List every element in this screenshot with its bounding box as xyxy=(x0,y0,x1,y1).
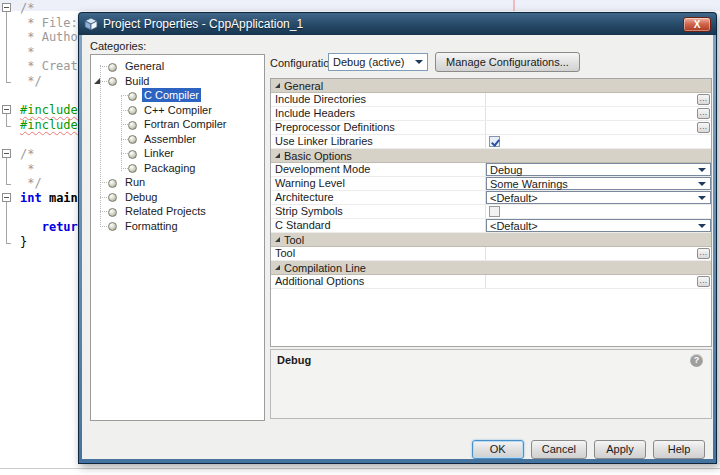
code-token: * Author xyxy=(20,30,85,44)
property-value: ... xyxy=(486,107,711,120)
property-label: Warning Level xyxy=(271,177,486,190)
value-select[interactable]: <Default> xyxy=(486,191,711,204)
tree-item-formatting[interactable]: Formatting xyxy=(91,219,264,234)
tree-item-related-projects[interactable]: Related Projects xyxy=(91,204,264,219)
code-token: main xyxy=(49,191,78,205)
node-bullet-icon xyxy=(128,106,137,115)
code-token: */ xyxy=(20,74,42,88)
expand-toggle-icon[interactable] xyxy=(94,78,100,84)
tree-item-general[interactable]: General xyxy=(91,59,264,74)
code-token: */ xyxy=(20,176,42,190)
help-button[interactable]: Help xyxy=(653,440,705,459)
close-button[interactable]: X xyxy=(683,17,711,32)
cancel-button[interactable]: Cancel xyxy=(531,440,587,459)
collapse-triangle-icon xyxy=(275,265,280,270)
tree-item-fortran-compiler[interactable]: Fortran Compiler xyxy=(91,117,264,132)
property-row-include-directories: Include Directories... xyxy=(271,93,711,107)
property-row-warning-level: Warning LevelSome Warnings xyxy=(271,177,711,191)
help-icon[interactable]: ? xyxy=(690,354,703,367)
configuration-select[interactable]: Debug (active) xyxy=(328,53,428,71)
property-value: ... xyxy=(486,121,711,134)
tree-item-packaging[interactable]: Packaging xyxy=(91,161,264,176)
tree-item-build[interactable]: Build xyxy=(91,74,264,89)
property-row-additional-options: Additional Options... xyxy=(271,275,711,289)
tree-item-c-compiler[interactable]: C++ Compiler xyxy=(91,103,264,118)
selected-option: <Default> xyxy=(490,220,538,232)
tree-item-linker[interactable]: Linker xyxy=(91,146,264,161)
node-bullet-icon xyxy=(128,150,137,159)
code-area[interactable]: /* * File: * Author * * Create */#includ… xyxy=(20,1,85,249)
node-bullet-icon xyxy=(108,208,117,217)
property-row-preprocessor-definitions: Preprocessor Definitions... xyxy=(271,121,711,135)
property-label: Tool xyxy=(271,247,486,260)
manage-configurations-button[interactable]: Manage Configurations... xyxy=(435,52,580,72)
checkbox-unchecked[interactable] xyxy=(489,206,500,217)
section-header-basic-options[interactable]: Basic Options xyxy=(271,149,711,163)
code-token: retur xyxy=(42,220,78,234)
tree-item-label: C Compiler xyxy=(142,88,201,102)
value-select[interactable]: Debug xyxy=(486,163,711,176)
tree-item-c-compiler[interactable]: C Compiler xyxy=(91,88,264,103)
property-label: C Standard xyxy=(271,219,486,232)
property-label: Additional Options xyxy=(271,275,486,288)
tree-item-debug[interactable]: Debug xyxy=(91,190,264,205)
code-line: */ xyxy=(20,176,85,191)
chevron-down-icon xyxy=(415,60,423,64)
code-line xyxy=(20,132,85,147)
ok-button[interactable]: OK xyxy=(472,440,524,459)
code-line xyxy=(20,89,85,104)
property-value: ... xyxy=(486,93,711,106)
collapse-triangle-icon xyxy=(275,83,280,88)
tree-item-assembler[interactable]: Assembler xyxy=(91,132,264,147)
description-title: Debug xyxy=(277,354,311,366)
property-value: ... xyxy=(486,275,711,288)
dialog-frame: Categories: GeneralBuildC CompilerC++ Co… xyxy=(78,35,717,464)
value-select[interactable]: Some Warnings xyxy=(486,177,711,190)
section-header-compilation-line[interactable]: Compilation Line xyxy=(271,261,711,275)
code-token: * xyxy=(20,162,34,176)
fold-collapse-icon[interactable] xyxy=(2,3,11,12)
property-value xyxy=(486,135,711,148)
project-properties-dialog: Project Properties - CppApplication_1 X … xyxy=(78,12,717,464)
tree-item-label: Linker xyxy=(142,146,176,160)
apply-button[interactable]: Apply xyxy=(594,440,646,459)
editor-bottom-divider xyxy=(0,468,720,469)
tree-item-label: Debug xyxy=(123,190,159,204)
section-header-tool[interactable]: Tool xyxy=(271,233,711,247)
section-header-general[interactable]: General xyxy=(271,79,711,93)
code-line: retur xyxy=(20,220,85,235)
node-bullet-icon xyxy=(108,63,117,72)
description-panel: Debug ? xyxy=(270,349,712,419)
browse-button[interactable]: ... xyxy=(697,108,710,119)
browse-button[interactable]: ... xyxy=(697,248,710,259)
code-token: int xyxy=(20,191,42,205)
code-line: /* xyxy=(20,147,85,162)
node-bullet-icon xyxy=(128,135,137,144)
tree-item-label: Packaging xyxy=(142,161,197,175)
browse-button[interactable]: ... xyxy=(697,276,710,287)
tree-item-label: Build xyxy=(123,74,151,88)
value-select[interactable]: <Default> xyxy=(486,219,711,232)
fold-collapse-icon[interactable] xyxy=(2,149,11,158)
node-bullet-icon xyxy=(128,121,137,130)
node-bullet-icon xyxy=(128,164,137,173)
code-token: #include xyxy=(20,118,78,132)
code-line: /* xyxy=(20,1,85,16)
tree-item-label: Assembler xyxy=(142,132,198,146)
property-row-architecture: Architecture<Default> xyxy=(271,191,711,205)
chevron-down-icon xyxy=(698,182,706,186)
tree-item-run[interactable]: Run xyxy=(91,175,264,190)
code-line: int main( xyxy=(20,191,85,206)
fold-collapse-icon[interactable] xyxy=(2,193,11,202)
property-label: Preprocessor Definitions xyxy=(271,121,486,134)
browse-button[interactable]: ... xyxy=(697,122,710,133)
code-line: * File: xyxy=(20,16,85,31)
property-label: Use Linker Libraries xyxy=(271,135,486,148)
dialog-titlebar[interactable]: Project Properties - CppApplication_1 X xyxy=(78,12,717,35)
checkbox-checked[interactable] xyxy=(489,136,500,147)
fold-collapse-icon[interactable] xyxy=(2,105,11,114)
browse-button[interactable]: ... xyxy=(697,94,710,105)
fold-end-mark xyxy=(6,126,11,127)
code-line: * Create xyxy=(20,59,85,74)
property-row-strip-symbols: Strip Symbols xyxy=(271,205,711,219)
